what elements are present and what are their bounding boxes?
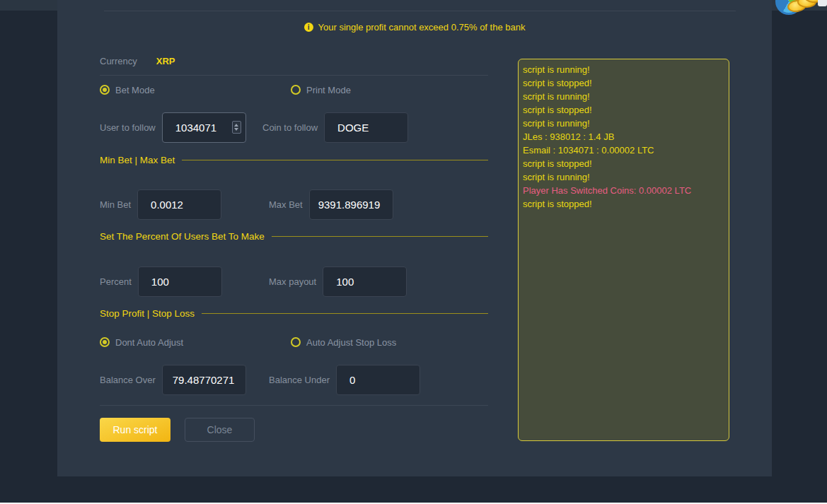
section-min-max-title: Min Bet | Max Bet — [100, 155, 175, 165]
currency-value[interactable]: XRP — [156, 56, 175, 66]
min-bet-label: Min Bet — [100, 199, 131, 210]
balance-row: Balance Over Balance Under — [100, 364, 488, 395]
print-mode-option[interactable]: Print Mode — [291, 85, 351, 95]
currency-row: Currency XRP — [100, 55, 488, 66]
section-stop-title: Stop Profit | Stop Loss — [100, 308, 195, 319]
dont-auto-adjust-radio[interactable] — [100, 337, 110, 347]
close-button[interactable]: Close — [185, 418, 255, 442]
info-icon: i — [304, 23, 313, 32]
percent-row: Percent Max payout — [100, 266, 488, 297]
user-to-follow-label: User to follow — [100, 122, 156, 133]
partial-topright-widget — [818, 0, 827, 6]
log-line: Player Has Switched Coins: 0.00002 LTC — [523, 184, 724, 197]
log-line: script is stopped! — [523, 76, 724, 90]
log-line: script is stopped! — [523, 197, 724, 211]
section-line — [202, 313, 488, 314]
max-payout-label: Max payout — [269, 276, 316, 287]
section-percent: Set The Percent Of Users Bet To Make — [100, 231, 488, 242]
section-line — [272, 236, 488, 237]
percent-label: Percent — [100, 276, 132, 287]
section-percent-title: Set The Percent Of Users Bet To Make — [100, 231, 265, 242]
auto-adjust-stop-loss-option[interactable]: Auto Adjust Stop Loss — [291, 337, 396, 348]
min-bet-input[interactable] — [137, 189, 221, 220]
max-bet-input[interactable] — [309, 189, 393, 220]
balance-over-input[interactable] — [162, 365, 246, 395]
print-mode-label: Print Mode — [306, 85, 351, 95]
dont-auto-adjust-option[interactable]: Dont Auto Adjust — [100, 337, 183, 348]
number-spinner-icon[interactable] — [232, 121, 241, 134]
auto-adjust-stop-loss-label: Auto Adjust Stop Loss — [306, 337, 396, 348]
log-line: script is stopped! — [523, 103, 724, 117]
max-bet-label: Max Bet — [269, 199, 303, 210]
bet-mode-radio[interactable] — [100, 85, 110, 95]
coin-to-follow-input[interactable] — [324, 112, 408, 143]
script-settings-dialog: i Your single profit cannot exceed 0.75%… — [57, 0, 772, 476]
follow-row: User to follow Coin to follow — [100, 112, 488, 143]
section-min-max: Min Bet | Max Bet — [100, 155, 488, 165]
auto-adjust-stop-loss-radio[interactable] — [291, 337, 301, 347]
run-script-button[interactable]: Run script — [100, 418, 170, 442]
profit-warning-text: Your single profit cannot exceed 0.75% o… — [318, 22, 526, 33]
log-line: script is running! — [523, 63, 724, 76]
section-line — [182, 160, 488, 160]
page: i Your single profit cannot exceed 0.75%… — [0, 0, 827, 504]
divider — [100, 75, 488, 76]
script-log-panel[interactable]: script is running!script is stopped!scri… — [518, 59, 729, 441]
bet-mode-option[interactable]: Bet Mode — [100, 85, 155, 95]
section-stop: Stop Profit | Stop Loss — [100, 308, 488, 319]
dont-auto-adjust-label: Dont Auto Adjust — [115, 337, 183, 348]
max-payout-input[interactable] — [323, 266, 407, 297]
currency-label: Currency — [100, 56, 137, 66]
balance-under-label: Balance Under — [269, 375, 330, 385]
profit-warning: i Your single profit cannot exceed 0.75%… — [57, 22, 772, 33]
log-line: script is stopped! — [523, 157, 724, 170]
coin-to-follow-label: Coin to follow — [262, 122, 318, 133]
log-line: script is running! — [523, 90, 724, 103]
min-max-row: Min Bet Max Bet — [100, 189, 488, 220]
bet-mode-label: Bet Mode — [115, 85, 155, 95]
balance-over-label: Balance Over — [100, 375, 156, 385]
divider — [100, 405, 488, 406]
mode-radio-row: Bet Mode Print Mode — [100, 84, 488, 95]
percent-input[interactable] — [138, 266, 222, 297]
adjust-radio-row: Dont Auto Adjust Auto Adjust Stop Loss — [100, 336, 488, 348]
print-mode-radio[interactable] — [291, 85, 301, 95]
header-divider — [104, 11, 736, 11]
button-row: Run script Close — [100, 418, 488, 442]
log-line: script is running! — [523, 170, 724, 184]
log-line: script is running! — [523, 117, 724, 130]
balance-under-input[interactable] — [336, 365, 420, 395]
user-to-follow-input-wrap — [162, 112, 246, 143]
log-line: JLes : 938012 : 1.4 JB — [523, 130, 724, 143]
log-line: Esmail : 1034071 : 0.00002 LTC — [523, 143, 724, 157]
